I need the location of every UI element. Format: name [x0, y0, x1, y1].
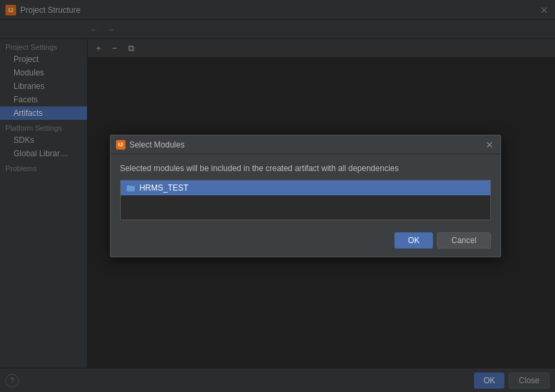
modal-footer: OK Cancel — [111, 227, 500, 257]
svg-rect-1 — [127, 185, 130, 187]
module-list[interactable]: HRMS_TEST — [120, 180, 491, 220]
select-modules-dialog: IJ Select Modules ✕ Selected modules wil… — [110, 135, 501, 257]
modal-body: Selected modules will be included in the… — [111, 154, 500, 227]
modal-description: Selected modules will be included in the… — [120, 164, 491, 173]
modal-close-button[interactable]: ✕ — [484, 139, 495, 150]
module-icon — [126, 183, 136, 193]
module-name: HRMS_TEST — [140, 183, 189, 193]
modal-cancel-button[interactable]: Cancel — [437, 232, 490, 249]
module-item[interactable]: HRMS_TEST — [121, 181, 490, 195]
modal-app-icon: IJ — [116, 140, 125, 150]
modal-title: Select Modules — [129, 140, 484, 150]
modal-title-bar: IJ Select Modules ✕ — [111, 135, 500, 154]
modal-ok-button[interactable]: OK — [395, 232, 433, 249]
